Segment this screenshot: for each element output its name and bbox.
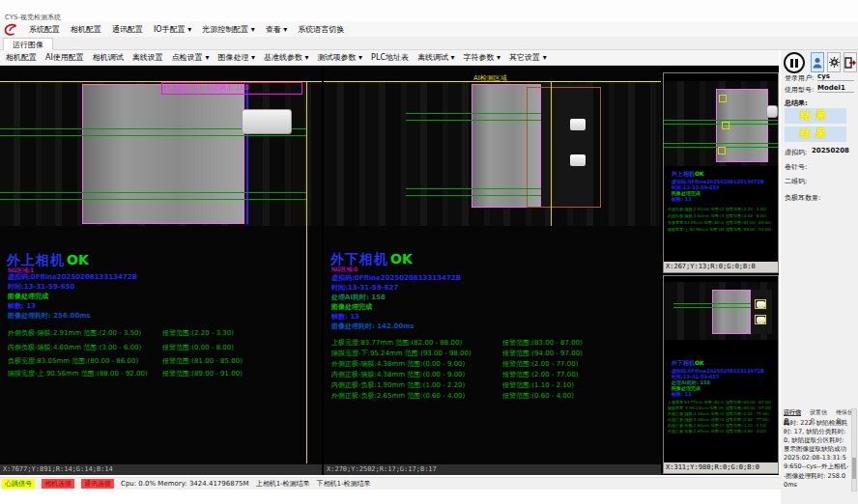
toolbar-other-settings[interactable]: 其它设置 ▾ (509, 52, 547, 63)
measurement-row: 外侧正极-负极:2.65mm 范围:(0.60 - 4.00) (331, 391, 465, 401)
measure-line (0, 192, 306, 193)
login-user-value[interactable]: cys (817, 72, 854, 81)
log-scrollbar-thumb[interactable] (852, 458, 856, 479)
thumb-measure: 外侧正极-隔膜:4.38mm 范围:(0.00 - 9.00) (668, 411, 724, 416)
pause-button[interactable] (784, 52, 805, 73)
user-icon (813, 57, 822, 69)
thumb-alarm: 报警范围:(2.20 - 3.30) (726, 207, 776, 211)
menu-bar: 系统配置 相机配置 通讯配置 IO手配置 ▾ 光源控制配置 ▾ 查看 ▾ 系统语… (0, 21, 858, 37)
logout-icon (844, 57, 856, 69)
user-button[interactable] (811, 52, 824, 72)
thumb-title-upper: 外上相机OK (672, 170, 704, 179)
toolbar-camera-debug[interactable]: 相机调试 (93, 52, 124, 63)
toolbar-camera-config[interactable]: 相机配置 (6, 52, 37, 63)
toolbar-ai-use-config[interactable]: AI使用配置 (45, 52, 84, 63)
ai-region-label: AI检测区域 (473, 73, 507, 83)
guide-vline-upper (306, 81, 307, 463)
toolbar-plc-address[interactable]: PLC地址表 (371, 52, 409, 63)
toolbar-char-params[interactable]: 字符参数 ▾ (464, 52, 501, 63)
toolbar-test-params[interactable]: 测试项参数 ▾ (318, 52, 363, 63)
thumb-alarm: 报警范围:(2.00 - 77.00) (726, 411, 776, 416)
result-ok-lower: OK (390, 251, 413, 266)
settings-button[interactable] (827, 52, 841, 72)
menu-item-view[interactable]: 查看 ▾ (266, 24, 288, 35)
menu-item-comm-config[interactable]: 通讯配置 (112, 24, 143, 35)
main-content: 静态阈值:93, 动态阈值:100 外上相机OK NG区域:1 虚拟码:0Ffl… (0, 66, 779, 475)
thumb-camera-name: 外下相机 (672, 359, 695, 366)
tab-run-image[interactable]: 运行图像 (3, 38, 53, 50)
toolbar-offline-setting[interactable]: 离线设置 (132, 52, 163, 63)
alarm-range: 报警范围:(81.00 - 85.00) (162, 356, 243, 366)
measurement-row: 上极宽度:83.77mm 范围:(82.00 - 88.00) (331, 338, 462, 348)
alarm-range: 报警范围:(0.60 - 4.00) (502, 391, 574, 401)
result-badge-lower: 结果 (785, 126, 846, 142)
alarm-range: 报警范围:(94.00 - 97.00) (502, 349, 583, 358)
toolbar-spot-check[interactable]: 点检设置 ▾ (172, 52, 210, 63)
frame-count-upper: 帧数: 13 (8, 301, 36, 311)
log-text: 耗时: 222, 缺陷检测耗时: 17, 缺陷分类耗时: 0, 缺陷提取分区耗时… (784, 419, 849, 489)
measurement-row: 外侧负极-隔膜:2.91mm 范围:(2.00 - 3.50) (8, 328, 141, 338)
pause-icon (795, 59, 798, 68)
thumb-connector (766, 105, 778, 118)
process-done-upper: 图像处理完成 (8, 292, 48, 301)
measurement-row: 内侧正极-负极:1.90mm 范围:(1.00 - 2.20) (331, 380, 465, 390)
menu-item-language-switch[interactable]: 系统语言切换 (298, 24, 344, 35)
connector-part (242, 109, 292, 134)
camera-view-upper[interactable]: 静态阈值:93, 动态阈值:100 外上相机OK NG区域:1 虚拟码:0Ffl… (0, 66, 322, 464)
toolbar-image-process[interactable]: 图像处理 ▾ (217, 52, 255, 63)
lower-camera-result-link[interactable]: 下相机1-检测结果 (317, 479, 371, 489)
measure-line (0, 135, 306, 136)
coord-bar-lower: X:270;Y:2502;R:17;G:17;B:17 (324, 464, 661, 475)
thumb-coord-bar-lower: X:311;Y:980;R:0;G:0;B:0 (664, 462, 778, 473)
camera-view-lower[interactable]: AI检测区域 外下相机OK NG区域:0 虚拟码:0Ffline20250208… (324, 66, 661, 464)
toolbar-offline-debug[interactable]: 离线调试 ▾ (417, 52, 455, 63)
log-scrollbar[interactable] (851, 408, 857, 491)
thumbnail-panel-lower[interactable]: 外下相机OK 虚拟码:0Ffline2025020813313472B 时间:1… (663, 275, 779, 474)
measurement-row: 内侧负极-隔膜:4.60mm 范围:(3.00 - 6.00) (8, 343, 141, 352)
toolbar-baseline-params[interactable]: 基准线参数 ▾ (264, 52, 309, 63)
thumbnail-panel-upper[interactable]: 外上相机OK 虚拟码:0Ffline2025020813313472B 时间:1… (663, 72, 779, 273)
defect-marker (755, 299, 766, 309)
process-time-upper: 图像处理耗时: 256.00ms (8, 311, 91, 321)
measure-line (406, 188, 541, 189)
thumb-alarm: 报警范围:(0.60 - 4.00) (726, 429, 776, 434)
upper-camera-result-link[interactable]: 上相机1-检测结果 (256, 479, 310, 489)
thumb-measure: 内侧正极-负极:1.90mm 范围:(1.00 - 2.20) (668, 423, 724, 428)
thumb-coord-bar-upper: X:267;Y:13;R:0;G:0;B:0 (664, 262, 778, 272)
app-window: CYS-视觉检测系统 系统配置 相机配置 通讯配置 IO手配置 ▾ 光源控制配置… (0, 0, 858, 504)
thumb-alarm: 报警范围:(83.00 - 87.00) (726, 400, 776, 405)
model-value[interactable]: Model1 (817, 84, 854, 93)
measurement-row: 隔膜宽度-上:90.56mm 范围:(88.00 - 92.00) (8, 369, 148, 378)
measure-line (406, 195, 541, 196)
alarm-range: 报警范围:(2.00 - 77.00) (502, 359, 578, 369)
thumb-frames: 帧数: 13 (672, 391, 774, 397)
alarm-range: 报警范围:(89.00 - 91.00) (162, 369, 243, 378)
app-logo-icon (4, 23, 18, 36)
right-sidebar: 登录用户: cys 使用型号: Model1 总结果: 结果 结果 虚拟码: 2… (781, 50, 858, 504)
measure-line (664, 124, 778, 125)
thumb-alarm: 报警范围:(0.00 - 8.00) (726, 213, 776, 218)
alarm-range: 报警范围:(0.00 - 8.00) (162, 343, 234, 352)
title-bar: CYS-视觉检测系统 (0, 0, 858, 21)
alarm-range: 报警范围:(83.00 - 87.00) (502, 338, 583, 348)
thumb-roll (751, 290, 772, 334)
menu-item-io-config[interactable]: IO手配置 ▾ (154, 24, 191, 35)
defect-marker (722, 122, 729, 129)
alarm-range: 报警范围:(1.10 - 2.10) (502, 380, 574, 390)
virtual-code-lower: 虚拟码:0Ffline2025020813313472B (331, 273, 461, 283)
menu-item-system-config[interactable]: 系统配置 (29, 24, 60, 35)
cpu-memory-text: Cpu: 0.0% Memory: 3424.41796875M (121, 480, 249, 488)
vcode-label: 虚拟码: (785, 148, 807, 157)
menu-item-light-config[interactable]: 光源控制配置 ▾ (202, 24, 255, 35)
thumb-measure: 外侧正极-负极:2.65mm 范围:(0.60 - 4.00) (668, 429, 724, 434)
thumb-alarm: 报警范围:(81.00 - 85.00) (726, 220, 776, 225)
thumb-measure: 隔膜宽度-下:95.24mm 范围:(93.00 - 98.00) (668, 406, 724, 410)
exit-button[interactable] (844, 52, 857, 72)
vcode-value: 20250208 (812, 147, 849, 154)
pause-icon (790, 59, 793, 68)
heartbeat-badge: 心跳信号 (2, 479, 35, 489)
thumb-ok: OK (695, 170, 704, 177)
thumb-alarm: 报警范围:(1.10 - 2.10) (726, 423, 776, 428)
coord-bar-upper: X:7677;Y:891;R:14;G:14;B:14 (0, 464, 322, 475)
menu-item-camera-config[interactable]: 相机配置 (71, 24, 101, 35)
